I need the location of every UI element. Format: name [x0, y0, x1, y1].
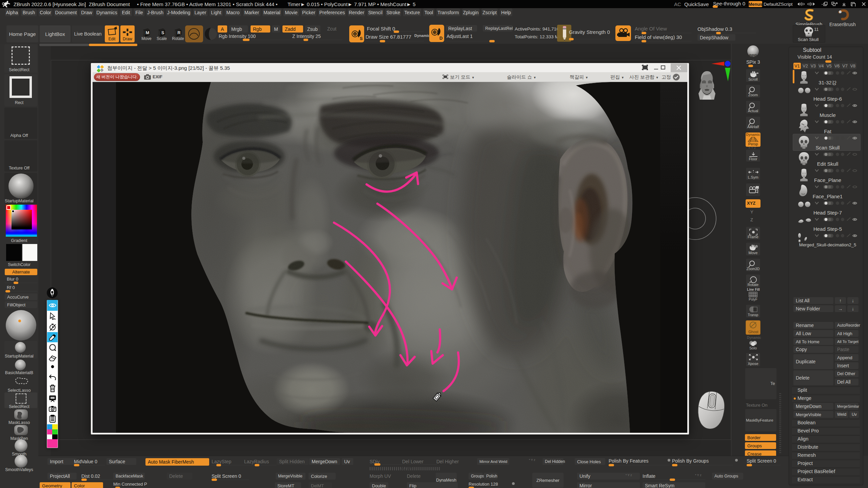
svg-text:Edit: Edit: [108, 37, 116, 41]
svg-text:BPR: BPR: [749, 54, 757, 58]
svg-text:M: M: [146, 30, 150, 35]
svg-text:S: S: [360, 36, 363, 41]
svg-text:Move: Move: [141, 36, 152, 41]
svg-text:Rotate: Rotate: [172, 36, 184, 41]
svg-text:Draw: Draw: [123, 37, 132, 41]
svg-text:R: R: [177, 30, 181, 35]
svg-text:D: D: [439, 36, 442, 41]
svg-text:S: S: [161, 30, 164, 35]
svg-text:Scale: Scale: [157, 36, 167, 41]
